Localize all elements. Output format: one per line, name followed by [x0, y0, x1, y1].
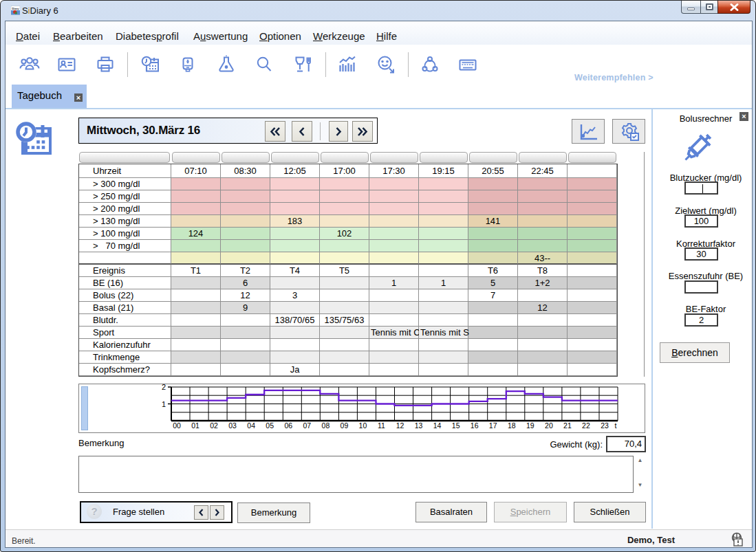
svg-text:11: 11 — [378, 421, 385, 430]
svg-text:2: 2 — [162, 384, 166, 391]
svg-text:t: t — [615, 421, 617, 430]
svg-text:13: 13 — [415, 421, 423, 430]
svg-text:09: 09 — [341, 421, 349, 430]
svg-text:21: 21 — [563, 421, 572, 430]
svg-text:14: 14 — [433, 421, 442, 430]
svg-text:08: 08 — [322, 421, 330, 430]
svg-text:07: 07 — [303, 421, 311, 430]
svg-text:20: 20 — [545, 421, 553, 430]
svg-text:22: 22 — [582, 421, 590, 430]
svg-text:00: 00 — [173, 421, 181, 430]
svg-text:04: 04 — [247, 421, 255, 430]
svg-text:12: 12 — [396, 421, 404, 430]
svg-text:03: 03 — [228, 421, 237, 430]
svg-text:16: 16 — [471, 421, 479, 430]
svg-text:10: 10 — [359, 421, 367, 430]
svg-text:06: 06 — [284, 421, 292, 430]
svg-text:02: 02 — [210, 421, 218, 430]
svg-text:19: 19 — [526, 421, 534, 430]
svg-text:1: 1 — [162, 400, 166, 408]
svg-text:01: 01 — [191, 421, 199, 430]
svg-text:15: 15 — [452, 421, 460, 430]
svg-text:23: 23 — [601, 421, 609, 430]
svg-text:05: 05 — [266, 421, 274, 430]
svg-text:Diary: Diary — [12, 7, 19, 10]
svg-text:17: 17 — [489, 421, 497, 430]
svg-text:18: 18 — [508, 421, 516, 430]
